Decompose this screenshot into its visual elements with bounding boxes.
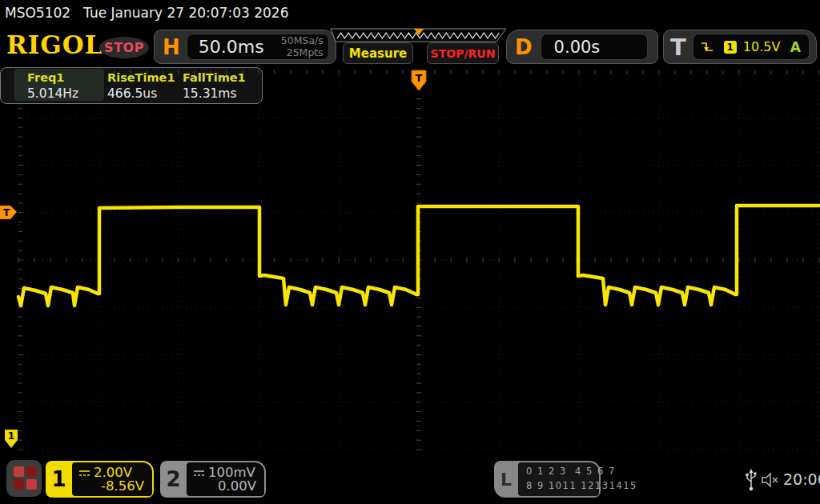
red-square	[26, 479, 37, 490]
rigol-logo: RIGOL	[6, 30, 103, 59]
logic-analyzer-block[interactable]: L 0 1 2 3 4 5 6 7 8 9 1011 12131415	[494, 461, 601, 498]
stop-run-button[interactable]: STOP/RUN	[427, 42, 499, 64]
waveform-display-area: T T 1 Freq1 5.014Hz RiseTime1 466.5us Fa…	[0, 67, 820, 456]
clock: 20:06	[783, 470, 820, 488]
oscilloscope-screen: MSO5102 Tue January 27 20:07:03 2026 RIG…	[0, 0, 820, 504]
trigger-level-value: 10.5V	[743, 39, 781, 54]
red-square	[26, 466, 37, 477]
channel2-offset-value: 0.00V	[218, 478, 256, 494]
measurement-value: 5.014Hz	[27, 86, 78, 101]
measurement-label: RiseTime1	[107, 71, 175, 84]
trigger-level-label: T	[3, 207, 10, 218]
logic-row1: 0 1 2 3 4 5 6 7	[526, 465, 599, 479]
trigger-source-badge: 1	[724, 41, 737, 54]
channel2-settings: 100mV 0.00V	[187, 462, 264, 496]
channel2-number: 2	[160, 461, 187, 498]
dc-coupling-icon	[193, 469, 205, 477]
trigger-menu-block[interactable]: T 1 10.5V A	[663, 30, 817, 64]
delay-menu-block[interactable]: D 0.00s	[506, 30, 658, 64]
measure-button[interactable]: Measure	[343, 42, 413, 64]
memory-depth: 25Mpts	[281, 47, 324, 58]
channel1-number: 1	[46, 461, 72, 498]
channel1-offset-marker[interactable]: 1	[4, 429, 20, 450]
status-bar: MSO5102 Tue January 27 20:07:03 2026	[0, 0, 820, 26]
usb-icon	[745, 468, 758, 492]
channel1-settings: 2.00V -8.56V	[72, 462, 152, 496]
windows-menu-icon[interactable]	[6, 460, 42, 497]
channel1-waveform	[0, 67, 820, 456]
logic-row2: 8 9 1011 12131415	[526, 479, 599, 494]
channel1-offset-value: -8.56V	[101, 478, 144, 494]
horizontal-menu-block[interactable]: H 50.0ms 50MSa/s 25Mpts	[154, 30, 336, 64]
horizontal-label: H	[163, 35, 180, 59]
delay-value: 0.00s	[554, 38, 601, 57]
measurement-label: FallTime1	[183, 71, 246, 84]
falling-edge-icon	[700, 40, 716, 54]
timebase-value: 50.0ms	[199, 37, 264, 57]
channel2-block[interactable]: 2 100mV 0.00V	[160, 461, 266, 498]
channel1-block[interactable]: 1 2.00V -8.56V	[46, 461, 154, 498]
trigger-level-marker[interactable]: T	[0, 205, 19, 221]
datetime: Tue January 27 20:07:03 2026	[83, 5, 288, 21]
sample-rate: 50MSa/s	[281, 35, 324, 46]
run-state-badge: STOP	[99, 37, 149, 58]
trigger-position-label: T	[416, 72, 423, 84]
red-square	[14, 466, 24, 477]
red-square	[14, 479, 24, 490]
measurement-value: 15.31ms	[183, 86, 237, 101]
delay-label: D	[515, 35, 533, 59]
trigger-pill: 1 10.5V A	[693, 34, 810, 60]
logic-label: L	[494, 461, 518, 498]
delay-pill: 0.00s	[541, 34, 648, 60]
trigger-mode: A	[790, 39, 801, 55]
trigger-position-marker[interactable]: T	[408, 69, 430, 94]
timebase-pill: 50.0ms 50MSa/s 25Mpts	[187, 34, 329, 60]
model-name: MSO5102	[5, 5, 70, 21]
measurement-value: 466.5us	[107, 86, 157, 101]
acquisition-info: 50MSa/s 25Mpts	[281, 35, 324, 58]
trigger-label: T	[670, 34, 686, 61]
sound-muted-icon[interactable]	[761, 471, 780, 489]
measurement-label: Freq1	[27, 71, 64, 84]
dc-coupling-icon	[78, 469, 90, 477]
logic-channels: 0 1 2 3 4 5 6 7 8 9 1011 12131415	[518, 462, 599, 496]
channel1-offset-label: 1	[8, 430, 14, 442]
